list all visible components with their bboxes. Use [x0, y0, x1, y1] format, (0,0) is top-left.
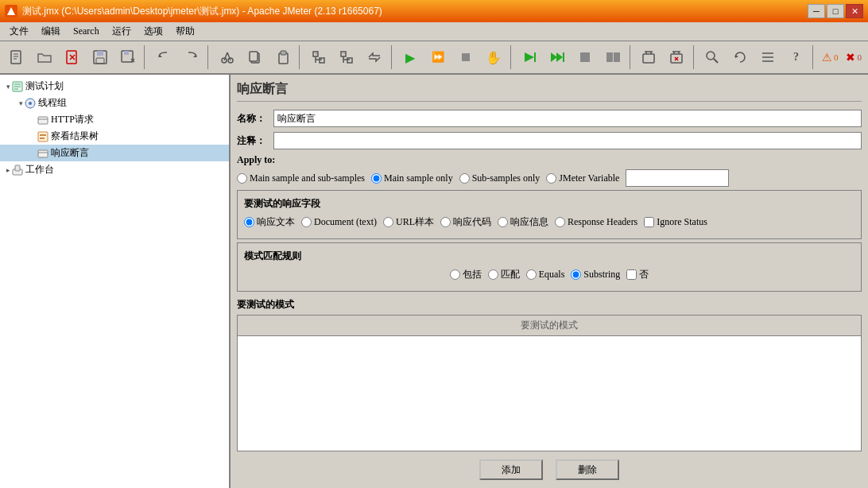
main-layout: ▾ 测试计划 ▾ 线程组 ▾ HTTP请求 ▾ — [0, 75, 868, 488]
response-field-group: 响应文本 Document (text) URL样本 响应代码 响应信息 Res… — [244, 215, 854, 229]
svg-point-51 — [707, 52, 715, 60]
svg-marker-36 — [556, 52, 563, 62]
radio-matches[interactable]: 匹配 — [488, 268, 520, 281]
svg-marker-53 — [735, 55, 738, 58]
radio-url[interactable]: URL样本 — [383, 215, 434, 229]
warning-badge: ⚠ 0 — [819, 51, 842, 64]
open-button[interactable] — [31, 44, 57, 71]
run-button[interactable]: ▶ — [397, 44, 423, 71]
radio-sub-only[interactable]: Sub-samples only — [459, 172, 541, 184]
add-button[interactable]: 添加 — [479, 459, 543, 480]
svg-rect-41 — [643, 54, 654, 63]
radio-substring[interactable]: Substring — [571, 269, 620, 281]
svg-rect-40 — [614, 52, 620, 62]
svg-rect-10 — [96, 58, 104, 64]
remote-stop-all-button[interactable] — [600, 44, 626, 71]
new-button[interactable] — [3, 44, 29, 71]
minimize-button[interactable]: ─ — [808, 4, 825, 18]
workbench-label: 工作台 — [25, 163, 54, 176]
not-label: 否 — [639, 268, 649, 281]
radio-main-only[interactable]: Main sample only — [371, 172, 453, 184]
patterns-label: 要测试的模式 — [237, 298, 862, 312]
search-button[interactable] — [699, 44, 726, 71]
shutdown-button[interactable]: ✋ — [481, 44, 507, 71]
radio-jmeter-var[interactable]: JMeter Variable — [546, 172, 619, 184]
app-icon — [5, 5, 17, 17]
tree-item-workbench[interactable]: ▸ 工作台 — [0, 161, 229, 178]
http-label: HTTP请求 — [51, 113, 94, 126]
menu-options[interactable]: 选项 — [138, 23, 169, 40]
svg-marker-0 — [7, 7, 15, 15]
svg-rect-9 — [97, 51, 103, 56]
maximize-button[interactable]: □ — [827, 4, 844, 18]
expand-thread-icon: ▾ — [19, 99, 23, 107]
reset-button[interactable] — [727, 44, 754, 71]
toolbar: + − ▶ ⏩ ⏹ ✋ ? ⚠ 0 ✖ 0 — [0, 41, 868, 75]
expand-button[interactable]: + — [305, 44, 331, 71]
jmeter-var-input[interactable] — [626, 169, 729, 187]
radio-resp-code[interactable]: 响应代码 — [440, 215, 491, 229]
menu-help[interactable]: 帮助 — [169, 23, 201, 40]
window-title: 测试.jmx (C:\Users\admin\Desktop\jmeter\测试… — [22, 5, 382, 18]
menu-edit[interactable]: 编辑 — [35, 23, 67, 40]
comment-input[interactable] — [273, 132, 862, 149]
radio-contains[interactable]: 包括 — [450, 268, 482, 281]
help-button[interactable]: ? — [783, 44, 809, 71]
collapse-button[interactable]: − — [333, 44, 359, 71]
menu-run[interactable]: 运行 — [106, 23, 138, 40]
panel-title: 响应断言 — [237, 81, 862, 102]
function-button[interactable] — [755, 44, 781, 71]
stop-button[interactable]: ⏹ — [453, 44, 479, 71]
radio-equals[interactable]: Equals — [526, 269, 565, 281]
tree-item-assert[interactable]: ▾ 响应断言 — [0, 145, 229, 161]
toggle-button[interactable] — [361, 44, 387, 71]
tree-item-http[interactable]: ▾ HTTP请求 — [0, 111, 229, 128]
save-as-button[interactable] — [114, 44, 141, 71]
tree-panel: ▾ 测试计划 ▾ 线程组 ▾ HTTP请求 ▾ — [0, 75, 231, 488]
error-count: 0 — [857, 52, 862, 62]
patterns-textarea[interactable] — [238, 336, 861, 447]
tree-item-thread-group[interactable]: ▾ 线程组 — [0, 95, 229, 111]
close-button[interactable]: ✕ — [846, 4, 863, 18]
ignore-status-check[interactable]: Ignore Status — [644, 216, 707, 228]
remote-start-button[interactable] — [517, 44, 543, 71]
patterns-wrapper: 要测试的模式 — [237, 315, 862, 451]
save-button[interactable] — [87, 44, 113, 71]
copy-button[interactable] — [242, 44, 268, 71]
name-input[interactable] — [273, 110, 862, 127]
thread-icon — [24, 97, 37, 110]
svg-rect-63 — [38, 117, 48, 124]
separator-3 — [299, 45, 302, 69]
radio-main-sub[interactable]: Main sample and sub-samples — [237, 172, 365, 184]
cut-button[interactable] — [214, 44, 240, 71]
radio-resp-headers[interactable]: Response Headers — [555, 216, 637, 228]
tree-item-result[interactable]: ▾ 察看结果树 — [0, 128, 229, 145]
radio-resp-msg[interactable]: 响应信息 — [498, 215, 548, 229]
delete-button[interactable]: 删除 — [556, 459, 619, 480]
name-row: 名称： — [237, 110, 862, 127]
paste-button[interactable] — [269, 44, 296, 71]
radio-resp-text[interactable]: 响应文本 — [244, 215, 295, 229]
result-icon — [37, 130, 49, 143]
apply-to-label: Apply to: — [237, 154, 862, 166]
svg-rect-67 — [40, 137, 45, 139]
not-check[interactable]: 否 — [626, 268, 649, 281]
undo-button[interactable] — [150, 44, 176, 71]
svg-rect-68 — [38, 150, 48, 157]
comment-row: 注释： — [237, 132, 862, 149]
remote-start-all-button[interactable] — [544, 44, 571, 71]
remote-stop-button[interactable] — [572, 44, 599, 71]
run-no-pause-button[interactable]: ⏩ — [425, 44, 451, 71]
radio-doc-text[interactable]: Document (text) — [301, 216, 377, 228]
content-panel: 响应断言 名称： 注释： Apply to: Main sample and s… — [231, 75, 868, 488]
clear-all-button[interactable] — [664, 44, 690, 71]
menu-search[interactable]: Search — [67, 24, 106, 39]
menu-file[interactable]: 文件 — [3, 23, 35, 40]
svg-rect-65 — [38, 132, 48, 141]
redo-button[interactable] — [178, 44, 204, 71]
separator-4 — [391, 45, 394, 69]
clear-button[interactable] — [636, 44, 662, 71]
tree-item-plan[interactable]: ▾ 测试计划 — [0, 78, 229, 95]
close-file-button[interactable] — [59, 44, 85, 71]
button-row: 添加 删除 — [237, 459, 862, 480]
